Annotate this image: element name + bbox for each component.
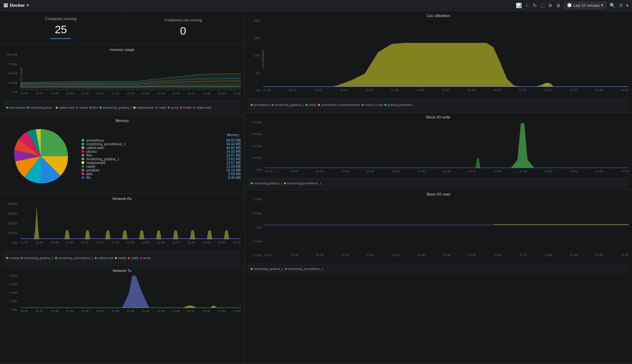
share-icon[interactable]: ⬚	[540, 3, 545, 8]
block-write-legend: monitoring.grafana_1 monitoring.promethe…	[248, 178, 629, 188]
legend-tag-5: filex	[90, 106, 98, 109]
svg-marker-35	[501, 123, 629, 168]
bw-y-3: 3.0 kBs	[252, 132, 262, 136]
legend-tag-8: caddy	[155, 106, 166, 109]
legend-tag-1: prometheus	[6, 106, 25, 109]
bw-y-1: 1.0 kBs	[252, 156, 262, 160]
pie-legend-items: prometheus 89.03 MB monitoring_prometheu…	[82, 139, 241, 180]
y-label-75mb: 75 MB	[8, 62, 17, 66]
not-running-value: 0	[180, 25, 186, 37]
cpu-y-20: 20%	[254, 19, 260, 22]
memory-column-header: Memory	[82, 133, 241, 137]
cpu-legend-2: monitoring_grafana_1	[271, 103, 304, 107]
zoom-icon[interactable]: 🔍	[610, 3, 615, 8]
cpu-legend-1: prometheus	[251, 103, 270, 107]
bw-legend-1: monitoring.grafana_1	[251, 182, 283, 185]
memory-usage-svg	[20, 53, 241, 90]
br-y-1: 1.0 Bs	[253, 198, 262, 201]
settings-icon[interactable]: ⚙	[548, 3, 553, 8]
cpu-legend: prometheus monitoring_grafana_1 caddy pr…	[248, 99, 629, 111]
network-tx-title: Network Tx	[3, 269, 241, 273]
br-legend-1: monitoring_grafana_1	[251, 267, 284, 271]
cpu-title: Cpu utilization	[248, 14, 629, 18]
legend-item: prometheus 89.03 MB	[82, 139, 241, 142]
rx-legend-6: caddy	[128, 256, 139, 260]
star-icon[interactable]: ☆	[525, 3, 529, 8]
legend-item: adm 9.58 MB	[82, 172, 241, 176]
memory-pie-panel: Memory	[0, 116, 244, 194]
auto-refresh-icon[interactable]: ↺	[619, 3, 623, 8]
block-write-x-axis: 21:3921:4021:4121:4221:43 21:4421:4521:4…	[265, 169, 629, 173]
rx-y-20: 20 kBs	[8, 222, 17, 225]
rx-x-axis: 21:4721:4821:4921:5021:51 21:5221:5321:5…	[20, 241, 241, 244]
block-read-x-axis: 21:3721:3821:3921:4021:41 21:4221:4321:4…	[265, 253, 629, 257]
network-rx-panel: Network Rx 40 kBs 30 kBs 20 kBs 10 kBs 0…	[0, 194, 244, 266]
legend-tag-6: monitoring_grafana_1	[100, 106, 132, 109]
memory-usage-panel: memory usage 100 MB 75 MB 50 MB 25 MB 0 …	[0, 45, 244, 116]
clock-icon: 🕐	[567, 3, 572, 7]
rx-y-40: 40 kBs	[8, 202, 17, 205]
svg-marker-12	[20, 205, 241, 239]
legend-tag-7: nodejsample	[133, 106, 154, 109]
tx-x-axis: 21:3621:3721:3821:3921:40 21:4121:4221:4…	[20, 309, 241, 313]
tx-y-6: 6 kBs	[10, 283, 17, 286]
memory-x-axis: 21:3621:3721:3821:3921:40 21:4121:4221:4…	[20, 92, 241, 95]
block-read-svg	[265, 198, 629, 252]
bw-legend-2: monitoring.prometheus_1	[284, 182, 322, 185]
block-write-title: Block I/O write	[248, 115, 629, 119]
legend-item: calibre-web 40.60 MB	[82, 146, 241, 150]
legend-item: caddy 12.03 MB	[82, 165, 241, 168]
dropdown-icon[interactable]: ▾	[27, 3, 29, 7]
cpu-legend-6: grafana.portainer.n	[384, 103, 413, 107]
rx-legend-1: running	[6, 256, 19, 260]
not-running-label: Containers not running	[164, 18, 202, 22]
memory-pie-title: Memory	[3, 119, 241, 123]
y-label-0b: 0 B	[13, 90, 17, 94]
legend-item: monitoring_prometheus_1 44.43 MB	[82, 142, 241, 146]
time-range-label: Last 15 minutes	[573, 3, 600, 7]
legend-tag-9: group	[168, 106, 179, 109]
time-range-button[interactable]: 🕐 Last 15 minutes ▾	[564, 2, 606, 9]
legend-item: monitoring_grafana_1 13.63 MB	[82, 157, 241, 161]
app-title: Docker	[10, 3, 25, 8]
legend-tag-3: calibre-web	[56, 106, 74, 109]
cpu-y-10: 10%	[254, 54, 260, 57]
rx-legend-3: monitoring_prometheus_1	[55, 256, 94, 260]
time-dropdown-icon: ▾	[601, 3, 603, 7]
more-icon[interactable]: ▾	[626, 3, 629, 8]
tx-y-4: 4 kBs	[10, 291, 17, 294]
y-label-50mb: 50 MB	[8, 72, 17, 75]
svg-marker-36	[470, 158, 481, 168]
br-y--1: -1.0 Bs	[252, 254, 262, 257]
legend-item: fflo 9.46 MB	[82, 176, 241, 180]
cpu-legend-5: metrics.n.ops	[362, 103, 383, 107]
rx-legend-4: calibre-web	[95, 256, 113, 260]
legend-tag-11: calibre-web	[193, 106, 212, 109]
refresh-icon[interactable]: ↻	[533, 3, 537, 8]
y-axis-label-memory: memory usage	[19, 67, 23, 87]
tx-y-0: 0 Bs	[11, 308, 17, 311]
cpu-y-axis-label: cpu utilization	[261, 50, 265, 68]
main-content: Containers running 25 Containers not run…	[0, 11, 632, 364]
pie-chart-svg	[10, 126, 71, 187]
topbar-actions: 📊 ☆ ↻ ⬚ ⚙ 🖥 🕐 Last 15 minutes ▾ 🔍 ↺ ▾	[516, 2, 629, 9]
rx-legend-7: acme	[140, 256, 151, 260]
bw-y-4: 4.0 kBs	[252, 121, 262, 124]
rx-y-10: 10 kBs	[8, 231, 17, 235]
right-panel: Cpu utilization 20% 15% 10% 5% 0% cpu ut…	[245, 11, 632, 364]
rx-legend-2: monitoring_grafana_1	[21, 256, 54, 260]
tx-y-2: 2 kBs	[10, 299, 17, 303]
legend-item: filex 19.97 MB	[82, 153, 241, 157]
tx-y-8: 8 kBs	[10, 274, 17, 277]
monitor-icon[interactable]: 🖥	[556, 3, 561, 8]
memory-usage-title: memory usage	[3, 48, 241, 52]
left-panel: Containers running 25 Containers not run…	[0, 11, 245, 364]
bar-chart-icon[interactable]: 📊	[516, 3, 522, 8]
cpu-y-5: 5%	[256, 71, 260, 75]
br-y--05: -0.5 Bs	[252, 240, 262, 243]
grid-icon: ⊞	[3, 2, 8, 8]
cpu-panel: Cpu utilization 20% 15% 10% 5% 0% cpu ut…	[245, 11, 632, 112]
running-bar	[51, 38, 71, 39]
legend-tag-10: traefik	[180, 106, 192, 109]
running-value: 25	[55, 23, 67, 36]
